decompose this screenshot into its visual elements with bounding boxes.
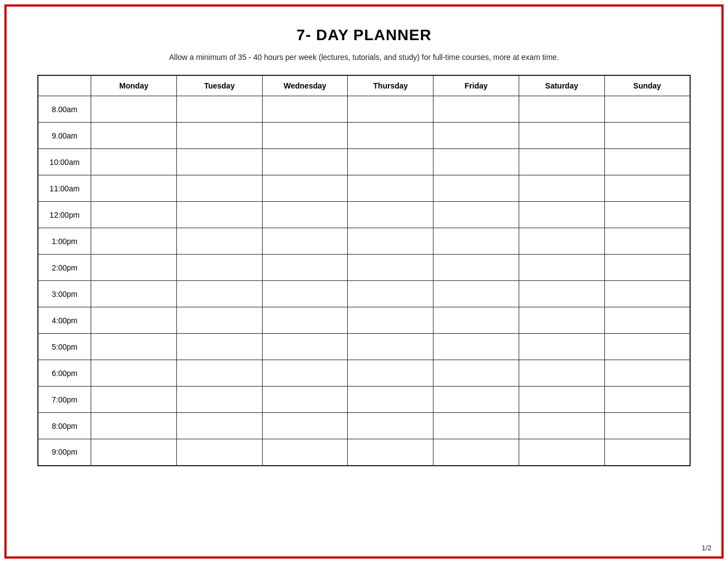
schedule-cell[interactable] (348, 439, 434, 466)
schedule-cell[interactable] (176, 387, 262, 413)
schedule-cell[interactable] (262, 439, 348, 466)
schedule-cell[interactable] (91, 307, 177, 334)
schedule-cell[interactable] (434, 255, 519, 281)
schedule-cell[interactable] (519, 175, 604, 202)
time-label: 5:00pm (38, 334, 91, 360)
schedule-cell[interactable] (519, 149, 604, 175)
schedule-cell[interactable] (348, 228, 434, 255)
schedule-cell[interactable] (604, 255, 690, 281)
schedule-cell[interactable] (91, 334, 177, 360)
schedule-cell[interactable] (91, 202, 177, 228)
schedule-cell[interactable] (604, 228, 690, 255)
schedule-cell[interactable] (348, 202, 434, 228)
schedule-cell[interactable] (519, 387, 604, 413)
schedule-cell[interactable] (91, 228, 177, 255)
schedule-cell[interactable] (604, 439, 690, 466)
schedule-cell[interactable] (262, 123, 348, 149)
schedule-cell[interactable] (176, 202, 262, 228)
schedule-cell[interactable] (262, 334, 348, 360)
schedule-cell[interactable] (176, 307, 262, 334)
schedule-cell[interactable] (91, 149, 177, 175)
schedule-cell[interactable] (434, 360, 519, 387)
schedule-cell[interactable] (91, 439, 177, 466)
schedule-cell[interactable] (519, 228, 604, 255)
schedule-cell[interactable] (176, 439, 262, 466)
schedule-cell[interactable] (176, 123, 262, 149)
schedule-cell[interactable] (91, 96, 177, 123)
schedule-cell[interactable] (519, 96, 604, 123)
schedule-cell[interactable] (434, 149, 519, 175)
schedule-cell[interactable] (176, 228, 262, 255)
schedule-cell[interactable] (434, 387, 519, 413)
schedule-cell[interactable] (91, 255, 177, 281)
schedule-cell[interactable] (262, 228, 348, 255)
schedule-cell[interactable] (348, 360, 434, 387)
schedule-cell[interactable] (604, 413, 690, 439)
schedule-cell[interactable] (348, 334, 434, 360)
schedule-cell[interactable] (604, 175, 690, 202)
schedule-cell[interactable] (519, 439, 604, 466)
schedule-cell[interactable] (519, 334, 604, 360)
schedule-cell[interactable] (434, 96, 519, 123)
schedule-cell[interactable] (262, 387, 348, 413)
schedule-cell[interactable] (434, 413, 519, 439)
schedule-cell[interactable] (519, 255, 604, 281)
schedule-cell[interactable] (434, 307, 519, 334)
schedule-cell[interactable] (348, 175, 434, 202)
schedule-cell[interactable] (604, 149, 690, 175)
schedule-cell[interactable] (176, 334, 262, 360)
schedule-cell[interactable] (604, 387, 690, 413)
schedule-cell[interactable] (519, 202, 604, 228)
schedule-cell[interactable] (434, 123, 519, 149)
schedule-cell[interactable] (176, 413, 262, 439)
schedule-cell[interactable] (262, 149, 348, 175)
schedule-cell[interactable] (91, 123, 177, 149)
schedule-cell[interactable] (262, 255, 348, 281)
schedule-cell[interactable] (91, 360, 177, 387)
schedule-cell[interactable] (434, 334, 519, 360)
schedule-cell[interactable] (519, 413, 604, 439)
schedule-cell[interactable] (262, 360, 348, 387)
schedule-cell[interactable] (176, 360, 262, 387)
schedule-cell[interactable] (91, 281, 177, 307)
schedule-cell[interactable] (604, 307, 690, 334)
schedule-cell[interactable] (519, 307, 604, 334)
schedule-cell[interactable] (434, 281, 519, 307)
schedule-cell[interactable] (348, 123, 434, 149)
schedule-cell[interactable] (434, 228, 519, 255)
schedule-cell[interactable] (519, 123, 604, 149)
schedule-cell[interactable] (434, 439, 519, 466)
schedule-cell[interactable] (519, 360, 604, 387)
schedule-cell[interactable] (434, 175, 519, 202)
schedule-cell[interactable] (262, 307, 348, 334)
schedule-cell[interactable] (348, 255, 434, 281)
schedule-cell[interactable] (262, 96, 348, 123)
schedule-cell[interactable] (604, 360, 690, 387)
schedule-cell[interactable] (176, 255, 262, 281)
schedule-cell[interactable] (91, 413, 177, 439)
schedule-cell[interactable] (604, 202, 690, 228)
schedule-cell[interactable] (348, 413, 434, 439)
schedule-cell[interactable] (519, 281, 604, 307)
schedule-cell[interactable] (604, 96, 690, 123)
schedule-cell[interactable] (604, 123, 690, 149)
schedule-cell[interactable] (348, 149, 434, 175)
schedule-cell[interactable] (262, 413, 348, 439)
schedule-cell[interactable] (262, 281, 348, 307)
schedule-cell[interactable] (176, 96, 262, 123)
header-thursday: Thursday (348, 75, 434, 96)
schedule-cell[interactable] (91, 387, 177, 413)
schedule-cell[interactable] (348, 96, 434, 123)
schedule-cell[interactable] (604, 281, 690, 307)
schedule-cell[interactable] (176, 281, 262, 307)
schedule-cell[interactable] (604, 334, 690, 360)
schedule-cell[interactable] (262, 202, 348, 228)
schedule-cell[interactable] (348, 387, 434, 413)
schedule-cell[interactable] (348, 307, 434, 334)
schedule-cell[interactable] (348, 281, 434, 307)
schedule-cell[interactable] (91, 175, 177, 202)
schedule-cell[interactable] (434, 202, 519, 228)
schedule-cell[interactable] (176, 175, 262, 202)
schedule-cell[interactable] (176, 149, 262, 175)
schedule-cell[interactable] (262, 175, 348, 202)
